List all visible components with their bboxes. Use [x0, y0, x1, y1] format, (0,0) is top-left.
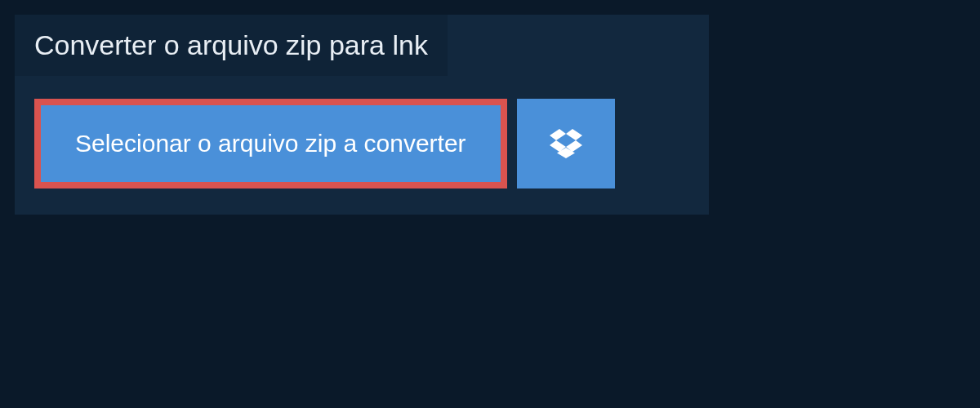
action-row: Selecionar o arquivo zip a converter: [15, 76, 709, 215]
select-file-button[interactable]: Selecionar o arquivo zip a converter: [41, 105, 501, 182]
select-file-highlight: Selecionar o arquivo zip a converter: [34, 99, 507, 188]
dropbox-icon: [550, 129, 582, 158]
title-bar: Converter o arquivo zip para lnk: [15, 15, 448, 76]
dropbox-button[interactable]: [517, 99, 615, 188]
converter-panel: Converter o arquivo zip para lnk Selecio…: [15, 15, 709, 215]
page-title: Converter o arquivo zip para lnk: [34, 29, 428, 61]
